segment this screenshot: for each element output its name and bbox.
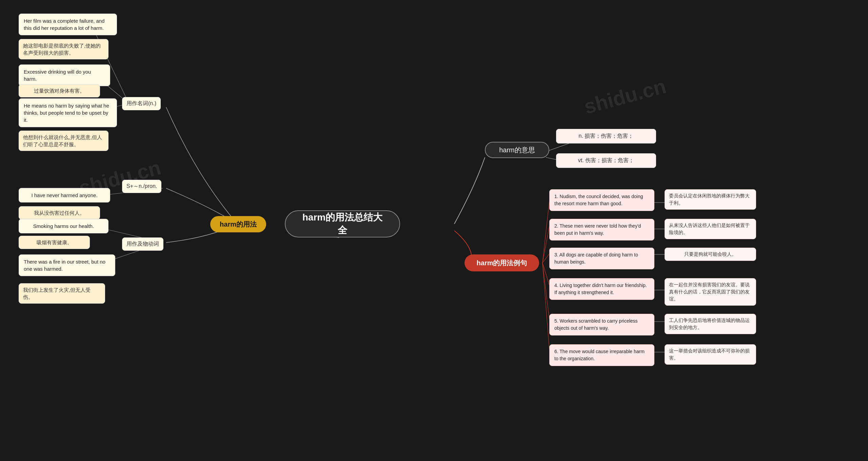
noun-category-label: 用作名词(n.) — [126, 100, 156, 107]
meaning-label: harm的意思 — [499, 146, 535, 155]
zh-sentence-3: 他想到什么就说什么,并无恶意,但人们听了心里总是不舒服。 — [19, 131, 108, 151]
vt-meaning-text: vt. 伤害；损害；危害； — [578, 157, 634, 164]
ex1-en-text: 1. Nudism, the council decided, was doin… — [554, 193, 649, 207]
en-sentence-5-text: Smoking harms our health. — [33, 223, 94, 230]
svg-line-12 — [542, 263, 549, 285]
en-sentence-1-text: Her film was a complete failure, and thi… — [24, 17, 112, 32]
ex2-zh-text: 从来没人告诉这些人他们是如何被置于险境的。 — [669, 222, 752, 236]
ex1-zh: 委员会认定在休闲胜地的裸体行为弊大于利。 — [665, 189, 756, 210]
ex2-en-text: 2. These men were never told how they'd … — [554, 223, 649, 237]
zh-sentence-2: 过量饮酒对身体有害。 — [19, 84, 100, 97]
svg-line-13 — [542, 263, 549, 319]
ex3-en-text: 3. All dogs are capable of doing harm to… — [554, 251, 649, 266]
ex5-en: 5. Workers scrambled to carry priceless … — [549, 314, 654, 335]
ex4-zh-text: 在一起住并没有损害我们的友谊。要说真有什么的话，它反而巩固了我们的友谊。 — [669, 281, 752, 303]
usage-label: harm的用法 — [220, 220, 257, 229]
noun-category: 用作名词(n.) — [122, 97, 161, 110]
zh-sentence-1: 她这部电影是彻底的失败了,使她的名声受到很大的损害。 — [19, 39, 108, 59]
sv-category: S+～n./pron. — [122, 180, 161, 193]
watermark-2: shidu.cn — [581, 74, 668, 118]
usage-node: harm的用法 — [210, 216, 266, 232]
zh-sentence-5: 吸烟有害健康。 — [19, 236, 90, 249]
ex1-en: 1. Nudism, the council decided, was doin… — [549, 189, 654, 211]
ex4-zh: 在一起住并没有损害我们的友谊。要说真有什么的话，它反而巩固了我们的友谊。 — [665, 278, 756, 306]
ex3-en: 3. All dogs are capable of doing harm to… — [549, 248, 654, 269]
examples-node: harm的用法例句 — [465, 254, 539, 271]
svg-line-14 — [542, 263, 549, 349]
ex2-en: 2. These men were never told how they'd … — [549, 219, 654, 241]
ex5-zh: 工人们争先恐后地将价值连城的物品运到安全的地方。 — [665, 314, 756, 334]
zh-sentence-5-text: 吸烟有害健康。 — [37, 239, 72, 246]
en-sentence-3: He means no harm by saying what he think… — [19, 98, 117, 127]
en-sentence-2: Excessive drinking will do you harm. — [19, 64, 110, 86]
ex6-zh-text: 这一举措会对该组织造成不可弥补的损害。 — [669, 347, 752, 362]
ex2-zh: 从来没人告诉这些人他们是如何被置于险境的。 — [665, 219, 756, 239]
en-sentence-1: Her film was a complete failure, and thi… — [19, 14, 117, 35]
ex5-en-text: 5. Workers scrambled to carry priceless … — [554, 318, 649, 332]
sv-category-label: S+～n./pron. — [126, 183, 157, 190]
center-node: harm的用法总结大全 — [285, 210, 400, 237]
en-sentence-3-text: He means no harm by saying what he think… — [24, 102, 112, 123]
en-sentence-6-text: There was a fire in our street, but no o… — [24, 258, 110, 272]
ex1-zh-text: 委员会认定在休闲胜地的裸体行为弊大于利。 — [669, 192, 752, 207]
examples-label: harm的用法例句 — [477, 258, 527, 268]
en-sentence-2-text: Excessive drinking will do you harm. — [24, 68, 105, 82]
zh-sentence-1-text: 她这部电影是彻底的失败了,使她的名声受到很大的损害。 — [23, 42, 104, 56]
vt-category: 用作及物动词 — [122, 237, 163, 251]
ex4-en: 4. Living together didn't harm our frien… — [549, 278, 654, 300]
ex5-zh-text: 工人们争先恐后地将价值连城的物品运到安全的地方。 — [669, 317, 752, 331]
en-sentence-4: I have never harmed anyone. — [19, 188, 110, 203]
ex4-en-text: 4. Living together didn't harm our frien… — [554, 282, 649, 296]
zh-sentence-6-text: 我们街上发生了火灾,但无人受伤。 — [23, 286, 101, 301]
vt-category-label: 用作及物动词 — [126, 241, 159, 248]
zh-sentence-4-text: 我从没伤害过任何人。 — [34, 209, 85, 216]
ex3-zh-text: 只要是狗就可能会咬人。 — [684, 251, 736, 258]
svg-line-11 — [542, 254, 549, 263]
svg-line-10 — [542, 227, 549, 263]
vt-meaning: vt. 伤害；损害；危害； — [556, 153, 656, 168]
noun-meaning-text: n. 损害；伤害；危害； — [579, 133, 634, 140]
zh-sentence-2-text: 过量饮酒对身体有害。 — [34, 87, 85, 94]
svg-line-9 — [542, 202, 549, 263]
en-sentence-4-text: I have never harmed anyone. — [31, 192, 97, 199]
noun-meaning: n. 损害；伤害；危害； — [556, 129, 656, 143]
zh-sentence-3-text: 他想到什么就说什么,并无恶意,但人们听了心里总是不舒服。 — [23, 134, 104, 148]
mindmap-container: shidu.cn shidu.cn harm的用法总结大全 harm的用法 ha… — [0, 0, 868, 461]
zh-sentence-6: 我们街上发生了火灾,但无人受伤。 — [19, 283, 105, 304]
ex6-en: 6. The move would cause irreparable harm… — [549, 344, 654, 366]
center-label: harm的用法总结大全 — [299, 211, 386, 237]
ex6-en-text: 6. The move would cause irreparable harm… — [554, 348, 649, 362]
ex3-zh: 只要是狗就可能会咬人。 — [665, 248, 756, 261]
zh-sentence-4: 我从没伤害过任何人。 — [19, 206, 100, 219]
meaning-node: harm的意思 — [485, 142, 549, 158]
en-sentence-5: Smoking harms our health. — [19, 219, 108, 233]
ex6-zh: 这一举措会对该组织造成不可弥补的损害。 — [665, 344, 756, 365]
en-sentence-6: There was a fire in our street, but no o… — [19, 254, 115, 276]
